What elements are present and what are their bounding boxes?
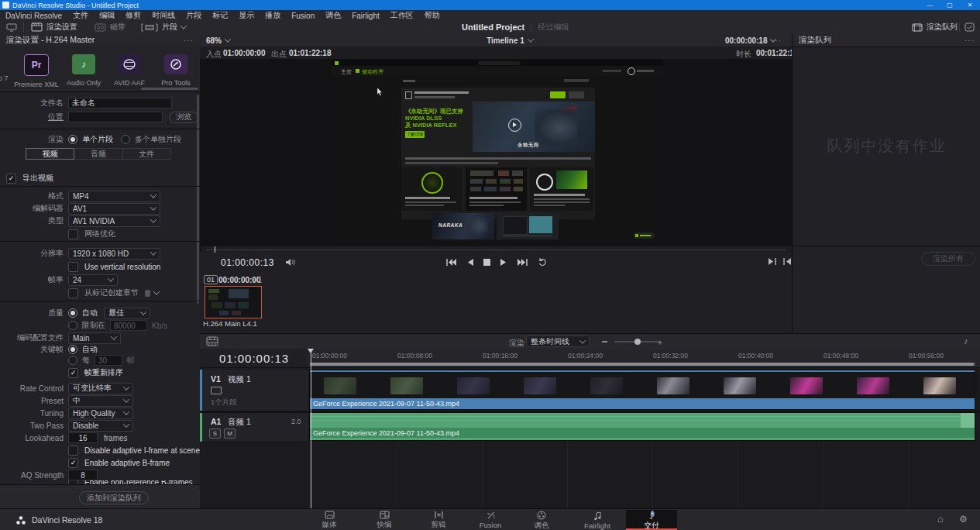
play-from-in-button[interactable] (783, 258, 791, 265)
page-tab-fusion[interactable]: Fusion (465, 510, 516, 530)
menu-timeline[interactable]: 时间线 (146, 10, 181, 21)
menu-fairlight[interactable]: Fairlight (346, 12, 385, 20)
menu-file[interactable]: 文件 (67, 10, 94, 21)
quality-limit-radio[interactable] (68, 321, 77, 330)
frame-reorder-checkbox[interactable]: ✓ (68, 368, 78, 378)
maximize-button[interactable]: ▢ (940, 2, 960, 9)
add-to-render-queue-button[interactable]: 添加到渲染队列 (79, 491, 149, 504)
page-tab-deliver[interactable]: 交付 (626, 510, 677, 530)
menu-trim[interactable]: 修剪 (120, 10, 146, 21)
viewer-scrub-bar[interactable] (206, 250, 786, 250)
radio-single-clip[interactable] (68, 135, 77, 144)
keyframe-interval-input[interactable]: 30 (95, 355, 122, 366)
page-tab-edit[interactable]: 剪辑 (413, 510, 464, 530)
panel-options-button[interactable]: ··· (184, 36, 194, 45)
preset-avid-aaf[interactable]: AVID AAF (106, 54, 153, 87)
lookahead-input[interactable]: 16 (68, 432, 98, 443)
profile-select[interactable]: Main (68, 332, 121, 344)
quality-auto-radio[interactable] (68, 308, 77, 318)
menu-edit[interactable]: 编辑 (94, 10, 120, 21)
checklist-toggle[interactable] (965, 22, 975, 32)
export-video-checkbox[interactable]: ✓ (6, 174, 16, 184)
menu-davinci[interactable]: DaVinci Resolve (0, 12, 67, 20)
menu-help[interactable]: 帮助 (419, 10, 445, 21)
browse-button[interactable]: 浏览 (169, 112, 198, 123)
page-tab-media[interactable]: 媒体 (304, 510, 355, 530)
render-scope-select[interactable]: 整条时间线 (526, 336, 590, 347)
radio-multiple-clips[interactable] (121, 135, 130, 144)
keyframe-auto-radio[interactable] (68, 345, 77, 354)
track-header-a1[interactable]: A1 音频 1 2.0 S M (200, 413, 308, 442)
play-reverse-button[interactable] (467, 258, 473, 267)
quality-auto-select[interactable]: 最佳 (104, 308, 150, 319)
zoom-in-button[interactable]: + (658, 339, 662, 347)
play-to-out-button[interactable] (769, 258, 776, 265)
viewer-scrub-playhead[interactable] (215, 246, 215, 253)
render-all-button[interactable]: 渲染所有 (921, 252, 975, 266)
type-select[interactable]: AV1 NVIDIA (68, 215, 160, 227)
adaptive-iframe-checkbox[interactable] (68, 446, 78, 456)
timeline-playhead[interactable] (311, 349, 311, 508)
render-settings-button[interactable]: 渲染设置 (31, 21, 77, 33)
render-queue-options-button[interactable]: ··· (965, 36, 975, 45)
keyframe-every-radio[interactable] (68, 356, 77, 365)
tab-video[interactable]: 视频 (26, 148, 74, 160)
zoom-out-button[interactable] (602, 341, 607, 342)
menu-fusion[interactable]: Fusion (286, 12, 320, 20)
close-button[interactable]: ✕ (960, 2, 980, 9)
menu-color[interactable]: 调色 (320, 10, 346, 21)
track-header-v1[interactable]: V1 视频 1 1个片段 (200, 370, 308, 411)
preset-pro-tools[interactable]: Pro Tools (153, 54, 199, 87)
mute-button[interactable]: M (224, 428, 236, 439)
tuning-select[interactable]: High Quality (68, 408, 133, 419)
viewer-options-button[interactable]: ··· (772, 36, 782, 45)
viewer-zoom-select[interactable]: 68% (206, 34, 230, 46)
bitrate-input[interactable]: 80000 (110, 320, 147, 331)
render-clip-thumbnail[interactable] (205, 286, 262, 318)
two-pass-select[interactable]: Disable (68, 420, 133, 432)
auto-select-icon[interactable] (211, 387, 222, 394)
timeline-video-clip[interactable]: GeForce Experience 2021-09-07 11-50-43.m… (310, 370, 975, 409)
minimize-button[interactable]: — (920, 2, 940, 9)
tape-button[interactable]: 磁带 (95, 21, 126, 33)
network-opt-checkbox[interactable] (68, 229, 78, 239)
framerate-select[interactable]: 24 (68, 274, 118, 286)
chapters-checkbox[interactable] (68, 288, 78, 298)
rate-control-select[interactable]: 可变比特率 (68, 383, 133, 394)
page-tab-cut[interactable]: 快编 (359, 510, 410, 530)
menu-view[interactable]: 显示 (233, 10, 260, 21)
preset-scrollbar[interactable] (141, 88, 198, 90)
tab-file[interactable]: 文件 (123, 148, 171, 160)
settings-gear-icon[interactable]: ⚙ (959, 515, 968, 524)
preset-audio-only[interactable]: ♪ Audio Only (60, 54, 107, 87)
resolution-select[interactable]: 1920 x 1080 HD (68, 248, 160, 260)
play-button[interactable] (500, 258, 507, 267)
location-input[interactable] (68, 112, 163, 122)
preset-premiere-xml[interactable]: Pr Premiere XML (13, 54, 60, 88)
timeline-scrollbar[interactable] (310, 363, 975, 366)
menu-mark[interactable]: 标记 (207, 10, 233, 21)
clips-view-button[interactable]: 片段 (141, 21, 186, 33)
audio-mute-icon[interactable] (285, 258, 295, 267)
home-icon[interactable]: ⌂ (937, 514, 944, 524)
timeline-selector[interactable]: Timeline 1 (467, 34, 552, 46)
filename-input[interactable]: 未命名 (68, 98, 172, 108)
menu-playback[interactable]: 播放 (260, 10, 286, 21)
format-select[interactable]: MP4 (68, 191, 160, 202)
skip-start-button[interactable] (446, 258, 457, 267)
render-queue-toggle[interactable]: 渲染队列 (912, 21, 958, 33)
timeline-audio-clip[interactable]: GeForce Experience 2021-09-07 11-50-43.m… (310, 413, 975, 440)
loop-button[interactable] (538, 257, 548, 267)
codec-select[interactable]: AV1 (68, 203, 160, 215)
timeline-view-icon[interactable] (206, 336, 218, 346)
tab-audio[interactable]: 音频 (74, 148, 122, 160)
stop-button[interactable] (483, 258, 490, 267)
adaptive-bframe-checkbox[interactable]: ✓ (68, 458, 78, 468)
page-tab-fairlight[interactable]: Fairlight (572, 510, 623, 530)
solo-button[interactable]: S (209, 428, 221, 439)
timeline-ruler[interactable]: 01:00:00:00 01:00:08:00 01:00:16:00 01:0… (308, 349, 980, 368)
menu-workspace[interactable]: 工作区 (385, 10, 419, 21)
menu-clip[interactable]: 片段 (181, 10, 207, 21)
clean-feed-button[interactable] (6, 21, 17, 33)
preset-select[interactable]: 中 (68, 395, 133, 407)
